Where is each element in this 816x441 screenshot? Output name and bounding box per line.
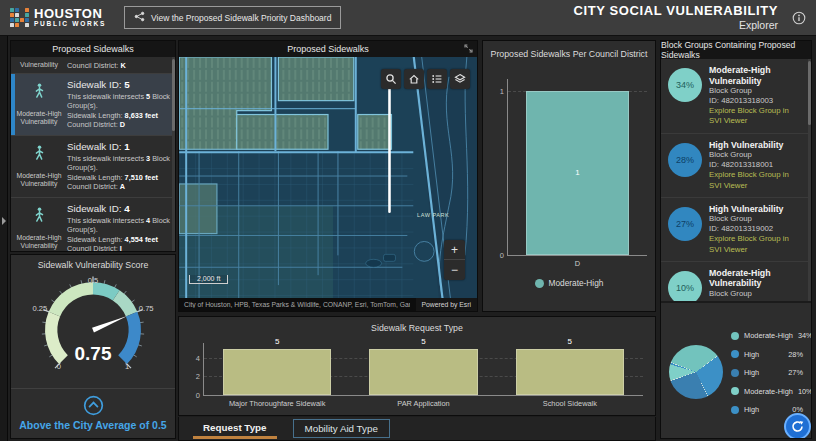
value-text: 1 — [124, 141, 129, 152]
home-icon[interactable] — [404, 69, 424, 89]
legend-label: High — [744, 368, 783, 377]
percentage-circle: 28% — [668, 143, 702, 177]
proposed-sidewalks-list-panel: Proposed Sidewalks Vulnerability Council… — [10, 40, 176, 252]
council-district-chart-panel: Proposed Sidewalks Per Council District … — [482, 40, 656, 312]
bar[interactable] — [369, 349, 477, 395]
logo-text-line2: PUBLIC WORKS — [34, 21, 106, 28]
value-text: 5 — [124, 79, 129, 90]
list-item[interactable]: Moderate-High VulnerabilitySidewalk ID: … — [11, 136, 175, 198]
bar-value-label: 5 — [369, 337, 477, 346]
bar[interactable] — [516, 349, 624, 395]
vulnerability-cell: Moderate-High Vulnerability — [11, 79, 67, 130]
list-item[interactable]: 28%High VulnerabilityBlock GroupID: 4820… — [661, 134, 811, 198]
list-item[interactable]: 27%High VulnerabilityBlock GroupID: 4820… — [661, 198, 811, 262]
sidewalk-id-line: Sidewalk ID: 1 — [67, 141, 171, 152]
bar-value-label: 5 — [223, 337, 331, 346]
gauge-tick-label: 0 — [57, 362, 61, 371]
gauge-tick-label: 0.5 — [88, 276, 99, 285]
vulnerability-title: High Vulnerability — [709, 204, 801, 215]
length-line: Sidewalk Length: 4,554 feet — [67, 235, 171, 244]
refresh-button[interactable] — [784, 413, 811, 439]
dashboard-app: HOUSTON PUBLIC WORKS View the Proposed S… — [0, 0, 816, 441]
map-canvas[interactable]: LAW PARK 2,000 ft + − — [179, 57, 477, 298]
percentage-circle: 10% — [668, 271, 702, 301]
svi-viewer-link[interactable]: Explore Block Group in SVI Viewer — [709, 106, 801, 126]
pie-legend-row[interactable]: High28% — [731, 350, 803, 359]
x-axis-label: School Sidewalk — [497, 399, 643, 408]
block-list-scrollbar[interactable] — [808, 59, 811, 301]
legend-label: High — [744, 350, 783, 359]
block-list-scrollbar-thumb[interactable] — [808, 61, 811, 125]
chart-tabs: Request Type Mobility Aid Type — [178, 417, 656, 441]
bar[interactable] — [223, 349, 331, 395]
vulnerability-cell: Moderate-High Vulnerability — [11, 141, 67, 192]
gauge-arc-segment — [116, 295, 131, 314]
pie-legend-row[interactable]: High27% — [731, 368, 803, 377]
block-groups-list: 34%Moderate-High VulnerabilityBlock Grou… — [661, 59, 811, 301]
legend-percentage: 10% — [798, 387, 812, 396]
legend-list-icon[interactable] — [427, 69, 447, 89]
page-title-line2: Explorer — [574, 19, 778, 31]
pie-legend-row[interactable]: Moderate-High10% — [731, 387, 803, 396]
block-group-label: Block Group — [709, 289, 801, 299]
block-group-id: ID: 482013318003 — [709, 96, 801, 106]
layers-icon[interactable] — [450, 69, 470, 89]
vulnerability-score-panel: Sidewalk Vulnerability Score 0 0.25 0.5 … — [10, 254, 176, 439]
vulnerability-label: Moderate-High Vulnerability — [12, 110, 66, 127]
page-title: CITY SOCIAL VULNERABILITY Explorer — [574, 4, 778, 31]
attribution-text: City of Houston, HPB, Texas Parks & Wild… — [179, 301, 410, 308]
vulnerability-gauge: 0 0.25 0.5 0.75 1 0.75 — [17, 271, 169, 374]
length-line: Sidewalk Length: 8,633 feet — [67, 111, 171, 120]
expand-panel-arrow[interactable] — [0, 210, 8, 232]
legend-swatch — [731, 332, 739, 340]
gauge-status: Above the City Average of 0.5 — [19, 389, 166, 438]
legend-swatch — [731, 406, 739, 414]
block-group-details: High VulnerabilityBlock GroupID: 4820133… — [709, 140, 801, 191]
zoom-in-button[interactable]: + — [444, 240, 465, 260]
app-header: HOUSTON PUBLIC WORKS View the Proposed S… — [0, 0, 816, 36]
share-icon — [134, 11, 145, 24]
map-basemap: LAW PARK — [179, 57, 477, 298]
list-scrollbar[interactable] — [172, 57, 175, 252]
gauge-arc-segment — [51, 314, 63, 360]
block-group-items: 34%Moderate-High VulnerabilityBlock Grou… — [661, 59, 811, 301]
info-icon[interactable] — [792, 11, 806, 25]
map-scale-bar: 2,000 ft — [189, 275, 228, 284]
tab-request-type[interactable]: Request Type — [193, 418, 277, 439]
powered-by-esri[interactable]: Powered by Esri — [416, 298, 478, 311]
priority-dashboard-button[interactable]: View the Proposed Sidewalk Priority Dash… — [124, 6, 341, 29]
svi-viewer-link[interactable]: Explore Block Group in SVI Viewer — [709, 170, 801, 190]
pie-legend-row[interactable]: Moderate-High34% — [731, 331, 803, 340]
tab-mobility-aid-type[interactable]: Mobility Aid Type — [293, 419, 390, 438]
vulnerability-title: High Vulnerability — [709, 140, 801, 151]
list-item-partial[interactable]: Vulnerability Council District: K — [11, 57, 175, 74]
bar-value-label: 1 — [526, 168, 629, 177]
list-item[interactable]: 10%Moderate-High VulnerabilityBlock Grou… — [661, 262, 811, 301]
list-scrollbar-thumb[interactable] — [172, 59, 175, 131]
zoom-out-button[interactable]: − — [444, 260, 465, 280]
vulnerability-title: Moderate-High Vulnerability — [709, 65, 801, 86]
pie-legend-row[interactable]: High0% — [731, 405, 803, 414]
legend-label: High — [744, 405, 787, 414]
svi-viewer-link[interactable]: Explore Block Group in SVI Viewer — [709, 234, 801, 254]
block-group-label: Block Group — [709, 86, 801, 96]
park-label: LAW PARK — [417, 212, 449, 218]
search-icon[interactable] — [381, 69, 401, 89]
expand-icon[interactable] — [464, 44, 474, 54]
sidewalk-id-line: Sidewalk ID: 4 — [67, 203, 171, 214]
vulnerability-pie-chart[interactable] — [669, 345, 723, 399]
list-item[interactable]: Moderate-High VulnerabilitySidewalk ID: … — [11, 74, 175, 136]
list-item[interactable]: Moderate-High VulnerabilitySidewalk ID: … — [11, 198, 175, 252]
sidewalk-details: Sidewalk ID: 4This sidewalk intersects 4… — [67, 203, 171, 252]
gauge-needle — [92, 316, 127, 332]
vulnerability-label: Moderate-High Vulnerability — [12, 172, 66, 189]
map-panel-header: Proposed Sidewalks — [179, 41, 477, 57]
y-tick-label: 0 — [184, 391, 200, 400]
chart-legend[interactable]: Moderate-High — [483, 278, 655, 288]
list-item[interactable]: 34%Moderate-High VulnerabilityBlock Grou… — [661, 59, 811, 134]
legend-swatch — [731, 387, 739, 395]
gauge-title: Sidewalk Vulnerability Score — [38, 255, 149, 270]
priority-dashboard-button-label: View the Proposed Sidewalk Priority Dash… — [151, 13, 331, 23]
percentage-circle: 34% — [668, 68, 702, 102]
legend-percentage: 27% — [788, 368, 803, 377]
